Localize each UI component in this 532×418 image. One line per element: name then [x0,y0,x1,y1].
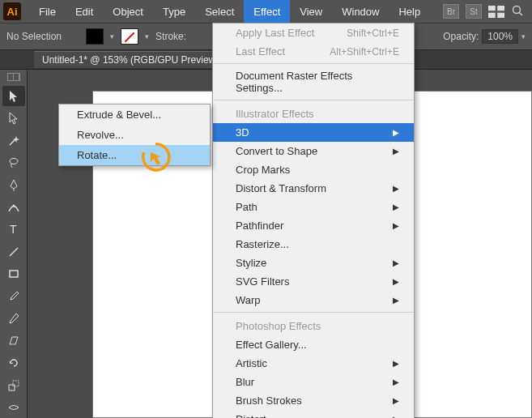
menu-item-label: Artistic [236,357,267,369]
menu-file[interactable]: File [29,0,66,23]
menu-effect[interactable]: Effect [244,0,290,23]
menu-brush-strokes[interactable]: Brush Strokes▶ [213,391,414,410]
magic-wand-tool[interactable] [2,130,25,151]
menu-item-label: Convert to Shape [236,145,317,157]
pen-tool[interactable] [2,175,25,195]
menu-item-label: Path [236,201,257,213]
chevron-down-icon[interactable]: ▾ [145,32,149,41]
menu-shortcut: Shift+Ctrl+E [347,28,399,39]
paintbrush-tool[interactable] [2,286,25,306]
stock-icon[interactable]: St [466,4,482,19]
menu-edit[interactable]: Edit [66,0,103,23]
line-tool[interactable] [2,241,25,262]
eraser-tool[interactable] [2,331,25,351]
menu-pathfinder[interactable]: Pathfinder▶ [213,216,414,235]
menu-bar: Ai File Edit Object Type Select Effect V… [0,0,532,23]
svg-point-4 [513,6,521,13]
menu-stylize-illustrator[interactable]: Stylize▶ [213,254,414,272]
submenu-arrow-icon: ▶ [393,377,399,386]
svg-rect-13 [9,385,15,390]
svg-rect-14 [13,381,19,386]
submenu-arrow-icon: ▶ [393,396,399,405]
opacity-value[interactable]: 100% [482,29,518,44]
panel-toggle-icon[interactable] [7,73,20,81]
menu-select[interactable]: Select [195,0,244,23]
menu-distort[interactable]: Distort▶ [213,410,414,418]
submenu-arrow-icon: ▶ [393,184,399,193]
menu-window[interactable]: Window [332,0,389,23]
menu-item-label: Apply Last Effect [236,27,314,39]
app-logo: Ai [3,2,21,20]
menu-artistic[interactable]: Artistic▶ [213,354,414,373]
submenu-arrow-icon: ▶ [393,415,399,418]
submenu-rotate[interactable]: Rotate... [59,145,210,165]
menu-item-label: Brush Strokes [236,395,302,407]
curvature-tool[interactable] [2,197,25,217]
scale-tool[interactable] [2,375,25,395]
menu-type[interactable]: Type [153,0,195,23]
menu-item-label: Last Effect [236,45,285,58]
tool-panel: T [0,70,28,418]
submenu-arrow-icon: ▶ [393,277,399,286]
submenu-revolve[interactable]: Revolve... [59,125,210,145]
menu-warp[interactable]: Warp▶ [213,291,414,309]
bridge-icon[interactable]: Br [443,4,459,19]
menu-item-label: Pathfinder [236,220,283,232]
arrange-docs-icon[interactable] [488,4,504,19]
chevron-down-icon[interactable]: ▾ [521,32,526,41]
menu-heading-illustrator: Illustrator Effects [213,103,414,123]
menu-raster-settings[interactable]: Document Raster Effects Settings... [213,66,414,97]
menu-shortcut: Alt+Shift+Ctrl+E [330,46,399,58]
effect-menu-dropdown: Apply Last Effect Shift+Ctrl+E Last Effe… [212,23,415,418]
menu-view[interactable]: View [290,0,332,23]
menu-item-label: Blur [236,376,254,388]
stroke-swatch[interactable] [121,28,138,45]
menu-distort-transform[interactable]: Distort & Transform▶ [213,179,414,198]
svg-point-9 [12,205,15,207]
menu-item-label: Warp [236,294,261,306]
menu-apply-last-effect: Apply Last Effect Shift+Ctrl+E [213,23,414,42]
svg-point-7 [10,159,18,164]
menu-blur[interactable]: Blur▶ [213,373,414,391]
menu-object[interactable]: Object [103,0,153,23]
menu-3d[interactable]: 3D▶ [213,123,414,142]
menu-rasterize[interactable]: Rasterize... [213,235,414,254]
menu-convert-to-shape[interactable]: Convert to Shape▶ [213,142,414,160]
menu-path[interactable]: Path▶ [213,198,414,216]
svg-line-11 [10,248,18,256]
search-icon[interactable] [511,4,524,19]
svg-rect-0 [488,6,496,11]
menu-last-effect: Last Effect Alt+Shift+Ctrl+E [213,42,414,61]
menu-item-label: Stylize [236,257,266,269]
submenu-arrow-icon: ▶ [393,221,399,230]
svg-rect-12 [10,271,18,277]
document-tab[interactable]: Untitled-1* @ 153% (RGB/GPU Preview) [34,51,227,68]
menu-help[interactable]: Help [389,0,430,23]
submenu-extrude-bevel[interactable]: Extrude & Bevel... [59,104,210,125]
menu-heading-photoshop: Photoshop Effects [213,315,414,335]
menu-separator [214,63,413,64]
submenu-arrow-icon: ▶ [393,296,399,305]
svg-rect-1 [497,6,504,11]
submenu-arrow-icon: ▶ [393,128,399,137]
submenu-arrow-icon: ▶ [393,258,399,267]
stroke-label: Stroke: [155,31,186,42]
lasso-tool[interactable] [2,152,25,173]
submenu-arrow-icon: ▶ [393,203,399,211]
menu-separator [214,312,413,313]
menu-crop-marks[interactable]: Crop Marks [213,160,414,179]
width-tool[interactable] [2,398,25,418]
menu-svg-filters[interactable]: SVG Filters▶ [213,272,414,291]
menu-effect-gallery[interactable]: Effect Gallery... [213,335,414,354]
direct-selection-tool[interactable] [2,108,25,128]
rotate-tool[interactable] [2,353,25,373]
type-tool[interactable]: T [2,220,25,240]
selection-tool[interactable] [2,86,25,106]
menu-item-label: SVG Filters [236,275,289,288]
pencil-tool[interactable] [2,309,25,329]
svg-text:T: T [10,223,17,236]
fill-swatch[interactable] [86,28,104,45]
submenu-arrow-icon: ▶ [393,147,399,156]
rectangle-tool[interactable] [2,264,25,284]
chevron-down-icon[interactable]: ▾ [110,32,114,41]
